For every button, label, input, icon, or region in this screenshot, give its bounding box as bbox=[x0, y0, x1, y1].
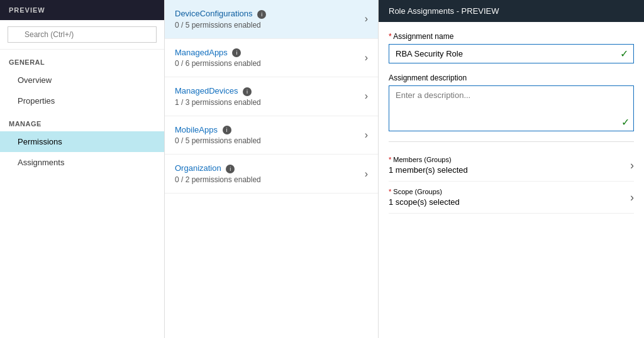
perm-sub-managed-devices: 1 / 3 permissions enabled bbox=[175, 98, 358, 107]
sidebar: PREVIEW 🔍 GENERAL Overview Properties MA… bbox=[0, 0, 165, 338]
scope-value: 1 scope(s) selected bbox=[389, 197, 460, 207]
info-icon-device-configs: i bbox=[257, 10, 266, 19]
search-wrapper: 🔍 bbox=[8, 26, 157, 43]
perm-item-mobile-apps[interactable]: MobileApps i 0 / 5 permissions enabled › bbox=[165, 116, 378, 155]
required-star-name: * bbox=[389, 32, 392, 41]
members-label: * Members (Groups) bbox=[389, 156, 468, 163]
assignment-name-input[interactable] bbox=[389, 45, 615, 63]
members-field-label: Members (Groups) bbox=[393, 156, 451, 163]
search-box: 🔍 bbox=[0, 20, 164, 50]
members-row[interactable]: * Members (Groups) 1 member(s) selected … bbox=[389, 150, 634, 182]
sidebar-item-assignments[interactable]: Assignments bbox=[0, 152, 164, 173]
perm-item-device-configs[interactable]: DeviceConfigurations i 0 / 5 permissions… bbox=[165, 0, 378, 39]
required-star-members: * bbox=[389, 156, 391, 163]
scope-chevron-icon: › bbox=[630, 191, 634, 204]
perm-title-managed-devices: ManagedDevices i bbox=[175, 86, 358, 96]
description-check-icon: ✓ bbox=[389, 114, 633, 131]
assignment-description-field-label: Assignment description bbox=[389, 74, 467, 82]
section-general: GENERAL bbox=[0, 50, 164, 70]
perm-item-managed-devices[interactable]: ManagedDevices i 1 / 3 permissions enabl… bbox=[165, 77, 378, 116]
assignment-name-check-icon: ✓ bbox=[615, 48, 633, 60]
perm-title-organization: Organization i bbox=[175, 163, 358, 173]
members-value: 1 member(s) selected bbox=[389, 165, 468, 175]
search-input[interactable] bbox=[8, 26, 157, 43]
perm-sub-managed-apps: 0 / 6 permissions enabled bbox=[175, 59, 358, 68]
divider-1 bbox=[389, 141, 634, 142]
assignment-name-field-label: Assignment name bbox=[393, 32, 453, 41]
perm-item-managed-apps[interactable]: ManagedApps i 0 / 6 permissions enabled … bbox=[165, 39, 378, 78]
perm-title-device-configs: DeviceConfigurations i bbox=[175, 9, 358, 19]
info-icon-organization: i bbox=[226, 165, 235, 173]
chevron-icon-managed-apps: › bbox=[365, 52, 368, 63]
info-icon-managed-apps: i bbox=[232, 48, 241, 57]
right-panel-body: * Assignment name ✓ Assignment descripti… bbox=[379, 22, 644, 224]
scope-field-label: Scope (Groups) bbox=[393, 188, 442, 195]
sidebar-item-overview[interactable]: Overview bbox=[0, 70, 164, 90]
chevron-icon-organization: › bbox=[365, 168, 368, 180]
chevron-icon-managed-devices: › bbox=[365, 90, 368, 102]
info-icon-mobile-apps: i bbox=[223, 126, 231, 134]
perm-title-managed-apps: ManagedApps i bbox=[175, 48, 358, 58]
perm-sub-organization: 0 / 2 permissions enabled bbox=[175, 175, 358, 184]
chevron-icon-mobile-apps: › bbox=[365, 129, 368, 141]
required-star-scope: * bbox=[389, 188, 391, 195]
assignment-description-input[interactable] bbox=[389, 86, 633, 114]
sidebar-item-properties[interactable]: Properties bbox=[0, 90, 164, 111]
sidebar-header: PREVIEW bbox=[0, 0, 164, 20]
info-icon-managed-devices: i bbox=[243, 87, 252, 96]
permissions-panel: DeviceConfigurations i 0 / 5 permissions… bbox=[165, 0, 379, 338]
assignment-name-label: * Assignment name bbox=[389, 32, 634, 41]
right-panel: Role Assignments - PREVIEW * Assignment … bbox=[379, 0, 644, 338]
assignment-name-row: ✓ bbox=[389, 44, 634, 63]
assignment-description-wrapper: ✓ bbox=[389, 85, 634, 131]
perm-item-organization[interactable]: Organization i 0 / 2 permissions enabled… bbox=[165, 155, 378, 194]
perm-title-mobile-apps: MobileApps i bbox=[175, 125, 358, 135]
sidebar-item-permissions[interactable]: Permissions bbox=[0, 131, 164, 152]
assignment-description-label: Assignment description bbox=[389, 74, 634, 82]
perm-sub-mobile-apps: 0 / 5 permissions enabled bbox=[175, 136, 358, 145]
right-panel-header: Role Assignments - PREVIEW bbox=[379, 0, 644, 22]
members-chevron-icon: › bbox=[630, 159, 634, 172]
chevron-icon-device-configs: › bbox=[365, 13, 368, 25]
section-manage: MANAGE bbox=[0, 111, 164, 131]
perm-sub-device-configs: 0 / 5 permissions enabled bbox=[175, 21, 358, 30]
scope-row[interactable]: * Scope (Groups) 1 scope(s) selected › bbox=[389, 182, 634, 214]
scope-label: * Scope (Groups) bbox=[389, 188, 460, 195]
